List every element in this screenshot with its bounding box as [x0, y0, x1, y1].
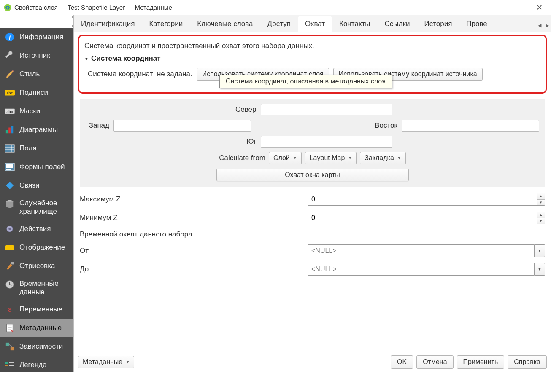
z-max-spinbox[interactable]: ▲▼ — [308, 193, 545, 206]
z-max-input[interactable] — [308, 193, 537, 206]
tab-scroll-right[interactable]: ▶ — [543, 19, 551, 32]
extent-panel: Система координат и пространственный охв… — [74, 32, 551, 352]
metadata-tabs: Идентификация Категории Ключевые слова Д… — [74, 15, 551, 32]
cancel-button[interactable]: Отмена — [416, 355, 453, 369]
chevron-down-icon: ▼ — [397, 156, 401, 160]
close-icon[interactable]: ✕ — [531, 3, 548, 12]
sidebar-item-diagrams[interactable]: Диаграммы — [0, 121, 73, 139]
spin-down-icon[interactable]: ▼ — [537, 218, 545, 224]
ok-button[interactable]: OK — [391, 355, 413, 369]
crs-section-header[interactable]: ▼ Система координат — [84, 54, 540, 63]
spin-down-icon[interactable]: ▼ — [537, 200, 545, 206]
sidebar-item-labels[interactable]: abc Подписи — [0, 83, 73, 102]
from-label: От — [80, 247, 308, 255]
svg-rect-40 — [5, 365, 8, 366]
sidebar-item-field-forms[interactable]: Формы полей — [0, 158, 73, 176]
from-date-combo[interactable]: ▼ — [308, 244, 545, 257]
sidebar-item-style[interactable]: Стиль — [0, 65, 73, 83]
west-label: Запад — [86, 121, 109, 130]
sidebar-item-legend[interactable]: Легенда — [0, 356, 73, 372]
sidebar-item-information[interactable]: i Информация — [0, 28, 73, 46]
sidebar-item-label: Стиль — [19, 70, 70, 78]
sidebar-item-source[interactable]: Источник — [0, 46, 73, 65]
abc-yellow-icon: abc — [3, 88, 16, 98]
svg-point-25 — [8, 228, 11, 230]
display-icon — [3, 242, 16, 252]
svg-text:abc: abc — [6, 91, 13, 95]
spin-up-icon[interactable]: ▲ — [537, 212, 545, 218]
z-min-spinbox[interactable]: ▲▼ — [308, 212, 545, 224]
svg-rect-10 — [6, 130, 8, 133]
tab-access[interactable]: Доступ — [260, 16, 298, 32]
info-icon: i — [3, 32, 16, 42]
west-input[interactable] — [113, 120, 251, 132]
svg-text:ε: ε — [8, 305, 11, 314]
svg-rect-12 — [11, 126, 14, 133]
from-date-input[interactable] — [308, 244, 534, 257]
temporal-heading: Временной охват данного набора. — [80, 230, 545, 239]
sidebar-item-actions[interactable]: Действия — [0, 220, 73, 238]
tab-scroll-left[interactable]: ◀ — [536, 19, 543, 32]
tab-history[interactable]: История — [417, 16, 459, 32]
calc-bookmark-dropdown[interactable]: Закладка▼ — [360, 152, 405, 164]
svg-rect-36 — [6, 343, 9, 346]
crs-tooltip: Система координат, описанная в метаданны… — [219, 75, 392, 88]
svg-rect-21 — [6, 169, 11, 170]
sidebar-item-display[interactable]: Отображение — [0, 238, 73, 257]
panel-intro: Система координат и пространственный охв… — [84, 42, 540, 50]
tab-keywords[interactable]: Ключевые слова — [190, 16, 260, 32]
z-max-label: Максимум Z — [80, 195, 308, 204]
sidebar-item-label: Переменные — [19, 305, 70, 314]
sidebar-item-label: Действия — [19, 225, 70, 233]
sidebar-item-label: Источник — [19, 51, 70, 60]
south-input[interactable] — [261, 136, 392, 148]
wrench-icon — [3, 51, 16, 61]
tab-contacts[interactable]: Контакты — [332, 16, 377, 32]
to-date-input[interactable] — [308, 263, 534, 276]
chevron-down-icon: ▼ — [126, 360, 130, 364]
sidebar-item-label: Информация — [19, 33, 70, 41]
metadata-menu-button[interactable]: Метаданные▼ — [78, 356, 134, 368]
to-date-combo[interactable]: ▼ — [308, 263, 545, 276]
chart-icon — [3, 125, 16, 135]
brush-icon — [3, 69, 16, 79]
epsilon-icon: ε — [3, 304, 16, 314]
sidebar-search[interactable] — [1, 16, 73, 27]
sidebar-item-metadata[interactable]: Метаданные — [0, 319, 73, 337]
north-input[interactable] — [261, 104, 392, 115]
canvas-extent-button[interactable]: Охват окна карты — [216, 169, 409, 181]
tab-links[interactable]: Ссылки — [378, 16, 417, 32]
sidebar-item-dependencies[interactable]: Зависимости — [0, 337, 73, 356]
tab-categories[interactable]: Категории — [142, 16, 190, 32]
sidebar-item-relations[interactable]: Связи — [0, 176, 73, 195]
sidebar-item-label: Связи — [19, 181, 70, 190]
svg-text:Q: Q — [5, 5, 9, 10]
sidebar-item-label: Легенда — [19, 361, 70, 369]
sidebar-item-label: Отрисовка — [19, 262, 70, 270]
tab-extent[interactable]: Охват — [298, 16, 332, 32]
sidebar-item-temporal[interactable]: Временны́е данные — [0, 275, 73, 300]
z-min-input[interactable] — [308, 212, 537, 224]
apply-button[interactable]: Применить — [457, 355, 505, 369]
calc-layer-dropdown[interactable]: Слой▼ — [269, 152, 302, 164]
sidebar-item-variables[interactable]: ε Переменные — [0, 300, 73, 319]
spin-up-icon[interactable]: ▲ — [537, 193, 545, 200]
east-input[interactable] — [402, 120, 539, 132]
collapse-triangle-icon: ▼ — [84, 56, 89, 61]
sidebar-item-masks[interactable]: abc Маски — [0, 102, 73, 121]
tab-validation[interactable]: Прове — [459, 16, 494, 32]
sidebar-item-fields[interactable]: Поля — [0, 139, 73, 158]
south-label: Юг — [233, 137, 257, 146]
sidebar-item-rendering[interactable]: Отрисовка — [0, 257, 73, 275]
tab-identification[interactable]: Идентификация — [74, 16, 142, 32]
storage-icon — [3, 199, 16, 209]
svg-line-38 — [9, 344, 12, 347]
north-label: Север — [233, 105, 257, 114]
chevron-down-icon[interactable]: ▼ — [534, 244, 545, 257]
help-button[interactable]: Справка — [508, 355, 547, 369]
chevron-down-icon[interactable]: ▼ — [534, 263, 545, 276]
search-input[interactable] — [3, 18, 78, 25]
calc-layout-dropdown[interactable]: Layout Map▼ — [305, 152, 357, 164]
sidebar-item-aux-storage[interactable]: Служебное хранилище — [0, 195, 73, 220]
calculate-from-label: Calculate from — [219, 154, 265, 162]
